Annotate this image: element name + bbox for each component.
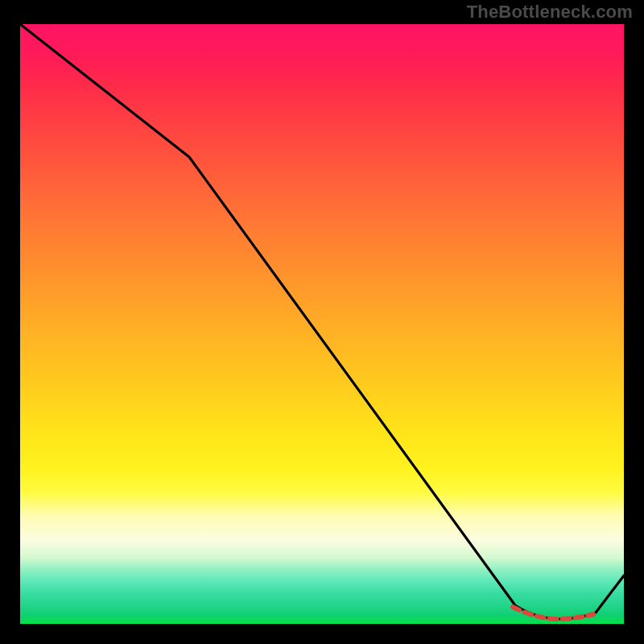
optimal-range-path	[513, 607, 593, 619]
curve-overlay	[20, 24, 624, 624]
watermark-text: TheBottleneck.com	[467, 2, 633, 23]
chart-container: TheBottleneck.com	[0, 0, 644, 644]
main-curve-path	[20, 24, 624, 619]
plot-area	[20, 24, 624, 624]
